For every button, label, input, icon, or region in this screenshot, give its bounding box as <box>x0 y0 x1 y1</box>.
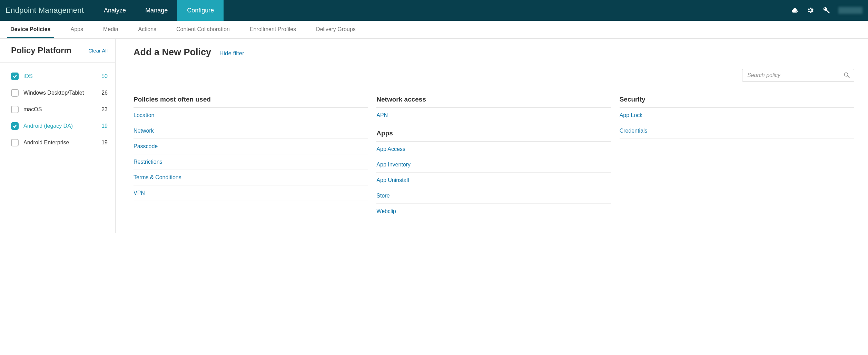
policy-link[interactable]: App Inventory <box>376 157 611 173</box>
topbar-right <box>791 7 862 14</box>
platform-item: Android (legacy DA)19 <box>11 118 108 134</box>
policy-link[interactable]: Credentials <box>620 123 854 139</box>
platform-label[interactable]: macOS <box>23 106 101 113</box>
policy-link[interactable]: APN <box>376 108 611 123</box>
clear-all-link[interactable]: Clear All <box>88 48 108 54</box>
policy-section-title: Apps <box>376 129 611 142</box>
search-icon[interactable] <box>843 71 851 79</box>
platform-item: iOS50 <box>11 68 108 85</box>
subtab-actions[interactable]: Actions <box>135 21 160 38</box>
platform-checkbox[interactable] <box>11 73 19 80</box>
platform-count: 23 <box>101 106 108 113</box>
policy-link[interactable]: App Lock <box>620 108 854 123</box>
platform-item: Android Enterprise19 <box>11 134 108 151</box>
subtab-delivery-groups[interactable]: Delivery Groups <box>313 21 359 38</box>
content: Add a New Policy Hide filter Policies mo… <box>116 39 868 233</box>
platform-item: Windows Desktop/Tablet26 <box>11 85 108 101</box>
platform-checkbox[interactable] <box>11 139 19 146</box>
hide-filter-link[interactable]: Hide filter <box>219 50 244 57</box>
subtab-device-policies[interactable]: Device Policies <box>7 21 54 38</box>
topnav: AnalyzeManageConfigure <box>94 0 224 21</box>
platform-count: 50 <box>101 73 108 79</box>
policy-link[interactable]: App Access <box>376 142 611 157</box>
search-input[interactable] <box>742 69 854 82</box>
main: Policy Platform Clear All iOS50Windows D… <box>0 39 868 233</box>
content-header: Add a New Policy Hide filter <box>134 47 854 58</box>
topbar: Endpoint Management AnalyzeManageConfigu… <box>0 0 868 21</box>
platform-checkbox[interactable] <box>11 106 19 113</box>
sidebar: Policy Platform Clear All iOS50Windows D… <box>0 39 116 233</box>
policy-link[interactable]: Passcode <box>134 139 368 154</box>
sidebar-title: Policy Platform <box>11 46 71 55</box>
policy-link[interactable]: Webclip <box>376 204 611 219</box>
topnav-item-configure[interactable]: Configure <box>177 0 224 21</box>
gear-icon[interactable] <box>807 7 814 14</box>
platform-label[interactable]: Android Enterprise <box>23 140 101 146</box>
policy-columns: Policies most often usedLocationNetworkP… <box>134 96 854 219</box>
search-box <box>742 69 854 82</box>
topnav-item-manage[interactable]: Manage <box>136 0 177 21</box>
policy-column: SecurityApp LockCredentials <box>620 96 854 219</box>
platform-label[interactable]: iOS <box>23 73 101 79</box>
brand-title: Endpoint Management <box>6 6 84 15</box>
subtabs: Device PoliciesAppsMediaActionsContent C… <box>0 21 868 39</box>
platform-checkbox[interactable] <box>11 89 19 97</box>
platform-item: macOS23 <box>11 101 108 118</box>
search-row <box>134 69 854 82</box>
subtab-enrollment-profiles[interactable]: Enrollment Profiles <box>246 21 299 38</box>
policy-link[interactable]: VPN <box>134 185 368 201</box>
platform-count: 19 <box>101 123 108 129</box>
platform-label[interactable]: Windows Desktop/Tablet <box>23 90 101 96</box>
platform-label[interactable]: Android (legacy DA) <box>23 123 101 129</box>
platform-count: 26 <box>101 90 108 96</box>
policy-link[interactable]: Restrictions <box>134 154 368 170</box>
policy-column: Policies most often usedLocationNetworkP… <box>134 96 368 219</box>
cloud-settings-icon[interactable] <box>791 7 798 14</box>
platform-checkbox[interactable] <box>11 122 19 130</box>
policy-column: Network accessAPNAppsApp AccessApp Inven… <box>376 96 611 219</box>
sidebar-header: Policy Platform Clear All <box>0 39 115 63</box>
policy-link[interactable]: Store <box>376 188 611 204</box>
subtab-apps[interactable]: Apps <box>67 21 87 38</box>
platform-list: iOS50Windows Desktop/Tablet26macOS23Andr… <box>0 63 115 156</box>
content-title: Add a New Policy <box>134 47 211 58</box>
topnav-item-analyze[interactable]: Analyze <box>94 0 136 21</box>
wrench-icon[interactable] <box>822 7 830 14</box>
subtab-content-collaboration[interactable]: Content Collaboration <box>173 21 233 38</box>
policy-section-title: Network access <box>376 96 611 108</box>
policy-link[interactable]: App Uninstall <box>376 173 611 188</box>
policy-section-title: Security <box>620 96 854 108</box>
user-label-blurred <box>838 7 862 14</box>
subtab-media[interactable]: Media <box>100 21 122 38</box>
policy-section-title: Policies most often used <box>134 96 368 108</box>
policy-link[interactable]: Network <box>134 123 368 139</box>
policy-link[interactable]: Location <box>134 108 368 123</box>
policy-link[interactable]: Terms & Conditions <box>134 170 368 185</box>
platform-count: 19 <box>101 140 108 146</box>
